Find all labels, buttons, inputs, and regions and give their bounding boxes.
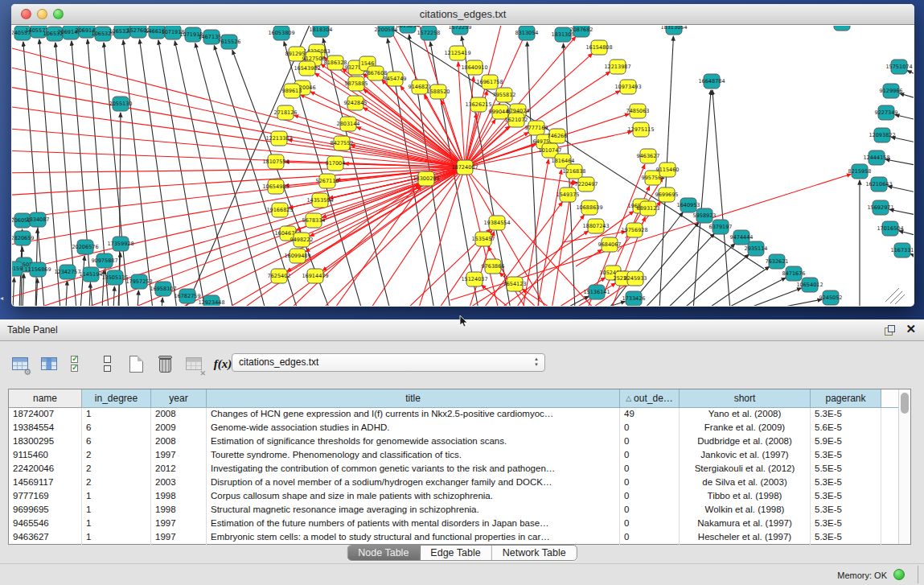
column-header-pagerank[interactable]: pagerank: [811, 389, 881, 408]
network-edge[interactable]: [523, 159, 548, 306]
table-row[interactable]: 1938455462009Genome-wide association stu…: [9, 422, 910, 435]
network-edge[interactable]: [12, 167, 465, 220]
select-all-button[interactable]: [68, 353, 88, 374]
table-cell[interactable]: 1997: [151, 449, 207, 463]
table-cell[interactable]: 0: [620, 463, 680, 476]
network-node[interactable]: 1733426: [622, 291, 646, 306]
table-settings-button[interactable]: ⚙: [10, 353, 31, 374]
table-cell[interactable]: Wolkin et al. (1998): [680, 504, 811, 517]
network-node[interactable]: 9242845: [344, 96, 368, 110]
table-cell[interactable]: 2009: [151, 422, 207, 435]
table-cell[interactable]: Jankovic et al. (1997): [680, 449, 811, 463]
table-cell[interactable]: Disruption of a novel member of a sodium…: [207, 476, 620, 490]
memory-ok-indicator[interactable]: [893, 569, 905, 580]
table-cell[interactable]: de Silva et al. (2003): [680, 476, 811, 490]
zoom-window-icon[interactable]: [53, 9, 64, 19]
resize-grip-icon[interactable]: [885, 288, 905, 304]
network-edge[interactable]: [744, 288, 802, 306]
table-cell[interactable]: Estimation of significance thresholds fo…: [207, 435, 620, 449]
network-node[interactable]: 1088130: [831, 26, 854, 31]
import-table-button[interactable]: ✕: [183, 353, 204, 374]
network-node[interactable]: 1549375: [556, 187, 580, 202]
column-header-name[interactable]: name: [9, 389, 82, 408]
table-cell[interactable]: 2008: [151, 435, 207, 449]
create-table-button[interactable]: [125, 353, 146, 374]
close-window-icon[interactable]: [21, 9, 31, 19]
table-cell[interactable]: 5.3E-5: [811, 490, 881, 504]
table-cell[interactable]: 0: [620, 435, 680, 449]
network-node[interactable]: 14353594: [306, 193, 333, 208]
network-node[interactable]: 1216838: [563, 164, 586, 179]
table-cell[interactable]: 5.3E-5: [811, 476, 881, 490]
network-node[interactable]: 12444158: [863, 150, 889, 165]
network-node[interactable]: 1588520: [427, 84, 450, 99]
network-edge[interactable]: [66, 281, 68, 306]
network-edge[interactable]: [910, 253, 914, 260]
table-cell[interactable]: 19384554: [9, 422, 82, 435]
network-node[interactable]: 6893123: [637, 201, 660, 216]
table-cell[interactable]: 5.3E-5: [811, 531, 881, 545]
table-cell[interactable]: 0: [620, 476, 680, 490]
table-cell[interactable]: Embryonic stem cells: a model to study s…: [207, 531, 620, 545]
table-cell[interactable]: 5.5E-5: [811, 463, 881, 476]
table-cell[interactable]: 9777169: [9, 490, 82, 504]
network-edge[interactable]: [706, 266, 770, 306]
network-node[interactable]: 1167331: [891, 243, 914, 257]
network-edge[interactable]: [140, 39, 177, 306]
network-node[interactable]: 8454749: [384, 72, 407, 86]
table-select-dropdown[interactable]: citations_edges.txt ▲▼: [232, 353, 545, 372]
network-edge[interactable]: [13, 278, 14, 306]
table-cell[interactable]: 1997: [151, 531, 207, 545]
network-node[interactable]: 16914479: [302, 269, 328, 283]
network-node[interactable]: 18107554: [262, 154, 289, 169]
network-node[interactable]: 1818304: [310, 26, 333, 37]
tab-node-table[interactable]: Node Table: [347, 546, 420, 560]
column-header-in_degree[interactable]: in_degree: [82, 389, 151, 408]
table-cell[interactable]: Franke et al. (2009): [680, 422, 811, 435]
network-node[interactable]: 5958923: [693, 208, 717, 223]
table-cell[interactable]: Investigating the contribution of common…: [207, 463, 620, 476]
network-node[interactable]: 7615526: [218, 35, 241, 49]
network-node[interactable]: 12093822: [869, 128, 895, 142]
tab-network-table[interactable]: Network Table: [492, 546, 577, 560]
network-node[interactable]: 9777169: [525, 121, 548, 135]
network-node[interactable]: 19166825: [266, 203, 293, 217]
table-cell[interactable]: Nakamura et al. (1997): [680, 517, 811, 531]
network-node[interactable]: 9245052: [819, 290, 843, 305]
network-node[interactable]: 15751074: [885, 60, 912, 74]
table-cell[interactable]: 0: [620, 517, 680, 531]
network-canvas[interactable]: 2405571140557171065328206914062069141106…: [12, 26, 914, 306]
network-node[interactable]: 16961758: [476, 75, 503, 89]
network-node[interactable]: 2200584: [375, 26, 398, 37]
network-node[interactable]: 8427552: [331, 136, 354, 150]
table-cell[interactable]: Changes of HCN gene expression and I(f) …: [207, 408, 620, 422]
table-row[interactable]: 946362711997Embryonic stem cells: a mode…: [9, 531, 910, 545]
network-node[interactable]: 16053809: [268, 26, 294, 40]
table-cell[interactable]: 1: [82, 531, 151, 545]
network-edge[interactable]: [162, 298, 162, 306]
table-cell[interactable]: Genome-wide association studies in ADHD.: [207, 422, 620, 435]
table-cell[interactable]: 1: [82, 504, 151, 517]
network-node[interactable]: 18313054: [660, 26, 687, 35]
show-hide-columns-button[interactable]: [39, 353, 60, 374]
network-node[interactable]: 9463627: [637, 149, 660, 163]
table-row[interactable]: 1830029562008Estimation of significance …: [9, 435, 910, 449]
network-edge[interactable]: [899, 231, 914, 237]
network-node[interactable]: 20206576: [72, 240, 98, 254]
close-panel-icon[interactable]: ✕: [906, 322, 916, 336]
network-node[interactable]: 9498222: [290, 233, 314, 247]
network-node[interactable]: 18640910: [461, 60, 487, 75]
network-node[interactable]: 12213987: [604, 60, 630, 74]
network-edge[interactable]: [89, 283, 91, 306]
network-node[interactable]: 9115460: [656, 163, 680, 177]
table-cell[interactable]: 2012: [151, 463, 207, 476]
table-cell[interactable]: 1: [82, 408, 151, 422]
network-node[interactable]: 9129966: [880, 84, 903, 98]
table-cell[interactable]: 2008: [151, 408, 207, 422]
network-node[interactable]: 7632621: [766, 254, 789, 269]
network-node[interactable]: 15692971: [867, 200, 893, 215]
network-window[interactable]: citations_edges.txt 24055711405571710653…: [11, 4, 914, 307]
table-cell[interactable]: 9463627: [9, 531, 82, 545]
network-edge[interactable]: [563, 296, 589, 306]
table-cell[interactable]: 1997: [151, 517, 207, 531]
